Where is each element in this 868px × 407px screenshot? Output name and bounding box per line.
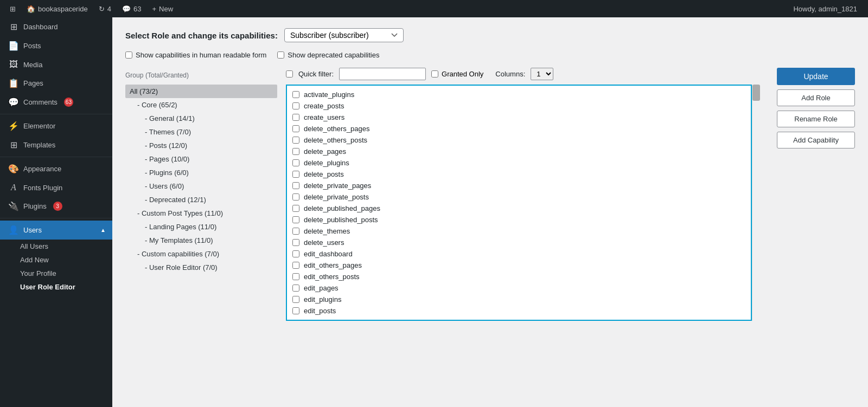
comments-icon: 💬 — [8, 97, 19, 107]
cap-checkbox-delete_private_posts[interactable] — [292, 193, 299, 201]
group-item-general[interactable]: - General (14/1) — [125, 112, 277, 125]
group-item-themes[interactable]: - Themes (7/0) — [125, 125, 277, 139]
wp-icon: ⊞ — [10, 5, 16, 13]
group-item-user-role-editor[interactable]: - User Role Editor (7/0) — [125, 261, 277, 274]
sidebar-item-plugins[interactable]: 🔌 Plugins 3 — [0, 197, 112, 216]
group-item-pages[interactable]: - Pages (10/0) — [125, 152, 277, 166]
sidebar-item-media[interactable]: 🖼 Media — [0, 55, 112, 74]
cap-checkbox-delete_users[interactable] — [292, 239, 299, 246]
sidebar-sub-user-role-editor[interactable]: User Role Editor — [20, 280, 112, 294]
group-item-my-templates[interactable]: - My Templates (11/0) — [125, 234, 277, 247]
caps-scrollbar[interactable] — [752, 85, 760, 321]
group-item-users[interactable]: - Users (6/0) — [125, 179, 277, 193]
cap-checkbox-delete_posts[interactable] — [292, 171, 299, 178]
cap-item-delete_private_pages[interactable]: delete_private_pages — [287, 180, 751, 191]
granted-only-checkbox[interactable] — [431, 70, 438, 77]
group-item-deprecated[interactable]: - Deprecated (12/1) — [125, 193, 277, 206]
cap-item-delete_pages[interactable]: delete_pages — [287, 146, 751, 157]
quick-filter-input[interactable] — [339, 68, 426, 80]
cap-item-delete_published_pages[interactable]: delete_published_pages — [287, 203, 751, 214]
cap-checkbox-edit_plugins[interactable] — [292, 296, 299, 303]
rename-role-button[interactable]: Rename Role — [777, 111, 855, 127]
sidebar-item-posts[interactable]: 📄 Posts — [0, 36, 112, 55]
cap-checkbox-delete_others_posts[interactable] — [292, 137, 299, 144]
comments[interactable]: 💬 63 — [117, 0, 146, 17]
cap-item-delete_others_pages[interactable]: delete_others_pages — [287, 123, 751, 134]
sidebar-item-dashboard[interactable]: ⊞ Dashboard — [0, 17, 112, 36]
cap-item-edit_pages[interactable]: edit_pages — [287, 282, 751, 294]
sidebar-item-users[interactable]: 👤 Users ▲ — [0, 221, 112, 240]
new-content[interactable]: + New — [147, 0, 179, 17]
wp-logo[interactable]: ⊞ — [4, 0, 21, 17]
cap-checkbox-delete_plugins[interactable] — [292, 159, 299, 166]
group-item-posts[interactable]: - Posts (12/0) — [125, 139, 277, 152]
cap-item-edit_posts[interactable]: edit_posts — [287, 305, 751, 316]
cap-checkbox-edit_others_pages[interactable] — [292, 262, 299, 269]
sidebar-item-pages[interactable]: 📋 Pages — [0, 74, 112, 93]
cap-item-create_posts[interactable]: create_posts — [287, 100, 751, 112]
cap-checkbox-edit_dashboard[interactable] — [292, 250, 299, 257]
columns-label: Columns: — [495, 70, 525, 78]
add-role-button[interactable]: Add Role — [777, 89, 855, 106]
cap-checkbox-create_posts[interactable] — [292, 102, 299, 109]
group-item-custom-post-types[interactable]: - Custom Post Types (11/0) — [125, 206, 277, 220]
sidebar-item-fonts-plugin[interactable]: A Fonts Plugin — [0, 178, 112, 197]
cap-item-activate_plugins[interactable]: activate_plugins — [287, 89, 751, 100]
elementor-icon: ⚡ — [8, 121, 19, 131]
cap-checkbox-create_users[interactable] — [292, 114, 299, 121]
cap-checkbox-edit_pages[interactable] — [292, 285, 299, 292]
role-select[interactable]: Subscriber (subscriber) Administrator Ed… — [284, 28, 404, 42]
cap-checkbox-edit_posts[interactable] — [292, 307, 299, 314]
cap-item-delete_themes[interactable]: delete_themes — [287, 225, 751, 237]
updates-icon: ↻ — [99, 5, 105, 13]
cap-item-edit_dashboard[interactable]: edit_dashboard — [287, 248, 751, 260]
cap-checkbox-edit_others_posts[interactable] — [292, 273, 299, 280]
human-readable-checkbox-label[interactable]: Show capabilities in human readable form — [125, 51, 266, 59]
human-readable-checkbox[interactable] — [125, 51, 132, 59]
group-item-all[interactable]: All (73/2) — [125, 85, 277, 98]
sidebar-item-elementor[interactable]: ⚡ Elementor — [0, 117, 112, 135]
select-all-checkbox[interactable] — [286, 70, 293, 77]
cap-label-delete_others_pages: delete_others_pages — [304, 125, 369, 133]
cap-checkbox-delete_published_posts[interactable] — [292, 216, 299, 223]
group-item-custom-capabilities[interactable]: - Custom capabilities (7/0) — [125, 247, 277, 261]
sidebar-sub-all-users[interactable]: All Users — [20, 240, 112, 253]
group-item-plugins[interactable]: - Plugins (6/0) — [125, 166, 277, 179]
capabilities-list-wrapper: Quick filter: Granted Only Columns: 1 2 … — [286, 68, 760, 321]
group-item-landing-pages[interactable]: - Landing Pages (11/0) — [125, 220, 277, 234]
plugins-badge: 3 — [53, 202, 62, 211]
cap-checkbox-delete_others_pages[interactable] — [292, 125, 299, 132]
group-item-core[interactable]: - Core (65/2) — [125, 98, 277, 112]
site-name[interactable]: 🏠 bookaspaceride — [21, 0, 93, 17]
cap-item-delete_users[interactable]: delete_users — [287, 237, 751, 248]
deprecated-checkbox[interactable] — [277, 51, 284, 59]
cap-label-edit_others_pages: edit_others_pages — [304, 261, 362, 269]
deprecated-checkbox-label[interactable]: Show deprecated capabilities — [277, 51, 379, 59]
sidebar-sub-your-profile[interactable]: Your Profile — [20, 267, 112, 280]
sidebar-sub-add-new[interactable]: Add New — [20, 253, 112, 267]
cap-item-delete_others_posts[interactable]: delete_others_posts — [287, 134, 751, 146]
cap-checkbox-delete_themes[interactable] — [292, 228, 299, 235]
cap-item-delete_published_posts[interactable]: delete_published_posts — [287, 214, 751, 225]
cap-checkbox-delete_published_pages[interactable] — [292, 205, 299, 212]
cap-item-edit_plugins[interactable]: edit_plugins — [287, 294, 751, 305]
cap-checkbox-delete_private_pages[interactable] — [292, 182, 299, 189]
granted-only-label[interactable]: Granted Only — [431, 70, 483, 78]
updates[interactable]: ↻ 4 — [93, 0, 117, 17]
cap-item-delete_private_posts[interactable]: delete_private_posts — [287, 191, 751, 203]
sidebar-label-comments: Comments — [23, 98, 58, 106]
cap-checkbox-activate_plugins[interactable] — [292, 91, 299, 98]
cap-item-edit_others_posts[interactable]: edit_others_posts — [287, 271, 751, 282]
sidebar-item-comments[interactable]: 💬 Comments 63 — [0, 93, 112, 112]
columns-select[interactable]: 1 2 3 — [531, 68, 553, 80]
cap-item-create_users[interactable]: create_users — [287, 112, 751, 123]
cap-item-delete_posts[interactable]: delete_posts — [287, 169, 751, 180]
sidebar-item-templates[interactable]: ⊞ Templates — [0, 135, 112, 154]
cap-item-delete_plugins[interactable]: delete_plugins — [287, 157, 751, 169]
update-button[interactable]: Update — [777, 68, 855, 85]
select-all-label[interactable] — [286, 70, 293, 77]
sidebar-item-appearance[interactable]: 🎨 Appearance — [0, 159, 112, 178]
cap-item-edit_others_pages[interactable]: edit_others_pages — [287, 260, 751, 271]
add-capability-button[interactable]: Add Capability — [777, 132, 855, 148]
cap-checkbox-delete_pages[interactable] — [292, 148, 299, 155]
